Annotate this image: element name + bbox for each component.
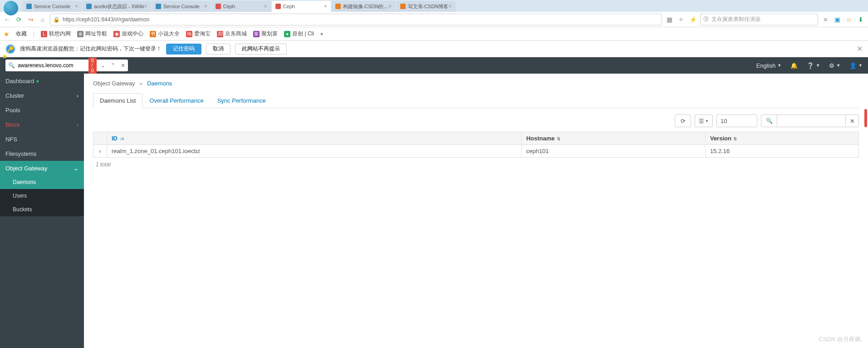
tab-label: Service Console xyxy=(34,4,70,9)
browser-tab[interactable]: 构建镜像-CSDN的…× xyxy=(332,1,396,12)
sidebar-item-block[interactable]: Block› xyxy=(0,117,84,132)
breadcrumb-parent[interactable]: Object Gateway xyxy=(93,80,135,87)
bookmark-icon: ◉ xyxy=(113,31,120,37)
tab-close-icon[interactable]: × xyxy=(75,3,78,10)
sidebar-star-icon[interactable]: ★ xyxy=(2,53,8,60)
refresh-button[interactable]: ⟳ xyxy=(675,114,691,127)
tab-close-icon[interactable]: × xyxy=(204,3,207,10)
password-prompt-text: 搜狗高速浏览器提醒您：记住此网站密码，下次一键登录！ xyxy=(20,45,162,53)
browser-tab[interactable]: Ceph× xyxy=(212,1,271,12)
table-search-input[interactable] xyxy=(777,114,845,127)
sidebar-sub-buckets[interactable]: Buckets xyxy=(0,203,84,216)
tab-close-icon[interactable]: × xyxy=(448,3,451,10)
tab-favicon-icon xyxy=(275,4,281,9)
bookmark-label: 京东商城 xyxy=(225,30,247,38)
bookmark-icon: ● xyxy=(284,31,290,37)
bookmark-icon: 淘 xyxy=(186,31,192,37)
column-id[interactable]: ID↓≡ xyxy=(107,132,522,145)
qr-icon[interactable]: ▦ xyxy=(665,15,674,24)
download-icon[interactable]: ⬇ xyxy=(856,15,865,24)
shield-icon[interactable]: ▣ xyxy=(833,15,842,24)
breadcrumb-current[interactable]: Daemons xyxy=(147,80,172,87)
sidebar-item-pools[interactable]: Pools xyxy=(0,103,84,117)
menu-icon[interactable]: ≡ xyxy=(821,15,830,24)
table-search-icon[interactable]: 🔍 xyxy=(761,114,777,127)
bookmarks-bar: ★ 收藏 | L联想内网⊕网址导航◉游戏中心书小说大全淘爱淘宝JD京东商城聚聚划… xyxy=(0,27,868,41)
tab-favicon-icon xyxy=(335,4,341,9)
app-body: Dashboard♥ Cluster› Pools Block› NFS Fil… xyxy=(0,74,868,348)
chevron-down-icon: ⌄ xyxy=(74,165,78,172)
close-icon[interactable]: ✕ xyxy=(857,45,863,53)
browser-tab[interactable]: Ceph× xyxy=(272,1,331,12)
find-input[interactable] xyxy=(18,62,86,69)
sidebar-item-dashboard[interactable]: Dashboard♥ xyxy=(0,74,84,88)
page-size-input[interactable]: 10 xyxy=(716,114,757,127)
columns-button[interactable]: ☰ ▼ xyxy=(695,114,713,127)
browser-search[interactable]: Ⓢ 文在寅发表卸任演说 xyxy=(700,14,818,25)
expand-row-icon[interactable]: › xyxy=(93,145,107,158)
never-password-button[interactable]: 此网站不再提示 xyxy=(235,44,287,55)
sidebar-item-object-gateway[interactable]: Object Gateway⌄ xyxy=(0,161,84,175)
tab-close-icon[interactable]: × xyxy=(388,3,392,10)
tab-label: acello状态跟踪 - XWiki xyxy=(94,3,144,10)
bookmark-item[interactable]: JD京东商城 xyxy=(217,30,247,38)
tab-favicon-icon xyxy=(156,4,161,9)
find-in-page: 🔍 0 / 0 ⌄ ⌃ ✕ xyxy=(5,60,128,71)
sidebar-sub-daemons[interactable]: Daemons xyxy=(0,175,84,189)
sidebar-item-nfs[interactable]: NFS xyxy=(0,132,84,146)
browser-tab[interactable]: Service Console× xyxy=(152,1,211,12)
sidebar-sub-users[interactable]: Users xyxy=(0,189,84,203)
browser-tab[interactable]: acello状态跟踪 - XWiki× xyxy=(83,1,151,12)
bookmark-item[interactable]: ●原创 | Cli xyxy=(284,30,314,38)
table-row[interactable]: › realm_1.zone_01.ceph101.ioecbz ceph101… xyxy=(93,145,859,158)
bookmark-item[interactable]: L联想内网 xyxy=(41,30,71,38)
bookmark-item[interactable]: 淘爱淘宝 xyxy=(186,30,211,38)
flash-icon[interactable]: ⚡ xyxy=(688,15,697,24)
bookmark-item[interactable]: ◉游戏中心 xyxy=(113,30,143,38)
sort-icon: ⇅ xyxy=(557,136,560,141)
tab-close-icon[interactable]: × xyxy=(324,3,327,10)
settings-icon[interactable]: ⚙ ▼ xyxy=(829,62,840,69)
cell-version: 15.2.16 xyxy=(705,145,858,158)
find-next-icon[interactable]: ⌃ xyxy=(109,62,117,69)
sidebar-item-filesystems[interactable]: Filesystems xyxy=(0,146,84,161)
tab-overall-performance[interactable]: Overall Performance xyxy=(142,93,210,108)
browser-tab[interactable]: 写文章-CSDN博客× xyxy=(397,1,456,12)
browser-tab[interactable]: Service Console× xyxy=(23,1,82,12)
extensions-icon[interactable]: ✧ xyxy=(677,15,686,24)
url-bar[interactable]: 🔒 https://ceph101:8443/#/rgw/daemon xyxy=(50,14,662,25)
tab-sync-performance[interactable]: Sync Performance xyxy=(211,93,273,108)
home-button[interactable]: ⌂ xyxy=(38,15,47,24)
bookmark-item[interactable]: ⊕网址导航 xyxy=(77,30,107,38)
sidebar-item-cluster[interactable]: Cluster› xyxy=(0,88,84,103)
bookmark-item[interactable]: 书小说大全 xyxy=(150,30,180,38)
search-engine-icon: Ⓢ xyxy=(703,15,709,23)
save-password-button[interactable]: 记住密码 xyxy=(166,44,201,55)
daemons-table: ID↓≡ Hostname⇅ Version⇅ › realm_1.zone_0… xyxy=(93,132,859,158)
help-icon[interactable]: ❔ ▼ xyxy=(807,62,820,69)
app-header: 🔍 0 / 0 ⌄ ⌃ ✕ English▼ 🔔 ❔ ▼ ⚙ ▼ 👤 ▼ xyxy=(0,57,868,74)
find-prev-icon[interactable]: ⌄ xyxy=(99,62,107,69)
language-selector[interactable]: English▼ xyxy=(756,62,782,69)
column-hostname[interactable]: Hostname⇅ xyxy=(521,132,705,145)
column-version[interactable]: Version⇅ xyxy=(705,132,858,145)
tab-daemons-list[interactable]: Daemons List xyxy=(93,93,142,108)
notifications-icon[interactable]: 🔔 xyxy=(790,62,798,69)
url-text: https://ceph101:8443/#/rgw/daemon xyxy=(63,16,149,23)
favorites-label[interactable]: 收藏 xyxy=(16,30,27,38)
table-search-clear[interactable]: ✕ xyxy=(845,114,859,127)
find-close-icon[interactable]: ✕ xyxy=(119,62,127,69)
back-button[interactable]: ← xyxy=(3,15,12,24)
bookmark-label: 原创 | Cli xyxy=(292,30,314,38)
cancel-password-button[interactable]: 取消 xyxy=(206,44,230,55)
bookmark-item[interactable]: 聚聚划算 xyxy=(253,30,278,38)
bookmark-icon: ⊕ xyxy=(77,31,83,37)
user-icon[interactable]: 👤 ▼ xyxy=(849,62,863,69)
tab-close-icon[interactable]: × xyxy=(144,3,147,10)
sidebar: Dashboard♥ Cluster› Pools Block› NFS Fil… xyxy=(0,74,84,348)
forward-button[interactable]: ↪ xyxy=(26,15,35,24)
reload-button[interactable]: ⟳ xyxy=(15,15,24,24)
face-icon[interactable]: ☺ xyxy=(844,15,853,24)
tab-close-icon[interactable]: × xyxy=(264,3,267,10)
table-controls: ⟳ ☰ ▼ 10 🔍 ✕ xyxy=(93,114,859,127)
